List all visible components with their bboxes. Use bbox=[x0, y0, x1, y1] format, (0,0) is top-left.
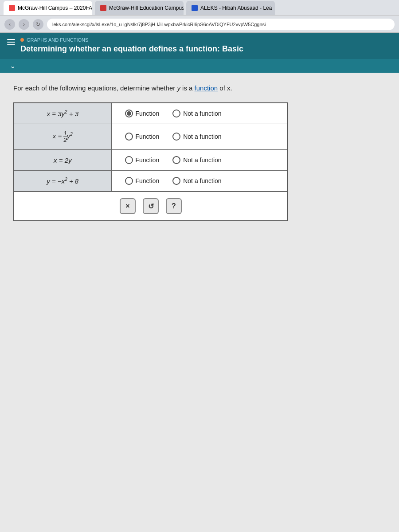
equation-cell-1: x = 3y2 + 3 bbox=[14, 103, 111, 124]
tab-2[interactable]: McGraw-Hill Education Campus × bbox=[95, 1, 184, 15]
function-option-3[interactable]: Function bbox=[125, 156, 160, 164]
header-bar: GRAPHS AND FUNCTIONS Determining whether… bbox=[0, 33, 399, 59]
action-cell: × ↺ ? bbox=[14, 192, 288, 221]
undo-button[interactable]: ↺ bbox=[143, 198, 159, 214]
forward-button[interactable]: › bbox=[19, 19, 29, 30]
equation-2: x = 12y2 bbox=[53, 132, 73, 140]
function-label-2: Function bbox=[136, 133, 160, 140]
function-option-4[interactable]: Function bbox=[125, 177, 160, 185]
address-bar-row: ‹ › ↻ leks.com/alekscgi/x/lsl.exe/1o_u-l… bbox=[0, 16, 399, 33]
hamburger-menu[interactable] bbox=[7, 39, 15, 45]
not-function-radio-2[interactable] bbox=[172, 133, 180, 141]
tab3-label: ALEKS - Hibah Abusaad - Lea bbox=[200, 5, 272, 11]
hamburger-line-3 bbox=[7, 44, 15, 45]
radio-group-4: Function Not a function bbox=[125, 177, 274, 185]
action-row: × ↺ ? bbox=[14, 192, 288, 221]
header-category: GRAPHS AND FUNCTIONS bbox=[20, 37, 243, 43]
not-function-radio-4[interactable] bbox=[172, 177, 180, 185]
not-function-label-1: Not a function bbox=[183, 110, 221, 117]
not-function-label-4: Not a function bbox=[183, 177, 221, 184]
options-cell-4: Function Not a function bbox=[111, 171, 288, 192]
address-text: leks.com/alekscgi/x/lsl.exe/1o_u-lgNslkr… bbox=[52, 22, 266, 27]
close-button[interactable]: × bbox=[120, 198, 136, 214]
problem-area: For each of the following equations, det… bbox=[0, 73, 399, 232]
function-table: x = 3y2 + 3 Function Not a function bbox=[13, 102, 288, 222]
chevron-down-button[interactable]: ⌄ bbox=[7, 61, 18, 71]
function-radio-3[interactable] bbox=[125, 156, 133, 164]
table-row: x = 12y2 Function Not a function bbox=[14, 124, 288, 150]
function-label-3: Function bbox=[136, 156, 160, 164]
not-function-radio-3[interactable] bbox=[172, 156, 180, 164]
function-radio-1[interactable] bbox=[125, 110, 133, 117]
options-cell-3: Function Not a function bbox=[111, 150, 288, 171]
not-function-option-4[interactable]: Not a function bbox=[172, 177, 221, 185]
action-buttons: × ↺ ? bbox=[14, 192, 287, 220]
instruction-text-3: of x. bbox=[219, 84, 232, 92]
equation-4: y = −x2 + 8 bbox=[47, 177, 78, 185]
equation-3: x = 2y bbox=[54, 156, 71, 164]
instruction-text-2: is a bbox=[182, 84, 192, 92]
refresh-button[interactable]: ↻ bbox=[33, 19, 43, 30]
browser-tab-bar: McGraw-Hill Campus – 2020FA × McGraw-Hil… bbox=[0, 0, 399, 16]
hamburger-line-2 bbox=[7, 42, 15, 43]
table-row: x = 2y Function Not a function bbox=[14, 150, 288, 171]
header-text-block: GRAPHS AND FUNCTIONS Determining whether… bbox=[20, 37, 243, 54]
tab2-favicon bbox=[100, 5, 106, 11]
not-function-option-1[interactable]: Not a function bbox=[172, 110, 221, 117]
chevron-row: ⌄ bbox=[0, 59, 399, 73]
help-button[interactable]: ? bbox=[166, 198, 182, 214]
function-radio-2[interactable] bbox=[125, 133, 133, 141]
instruction-text-1: For each of the following equations, det… bbox=[13, 84, 175, 92]
tab-favicon bbox=[9, 5, 15, 11]
equation-cell-3: x = 2y bbox=[14, 150, 111, 171]
instruction-y: y bbox=[177, 84, 182, 92]
tab-3[interactable]: ALEKS - Hibah Abusaad - Lea × bbox=[186, 1, 275, 15]
options-cell-2: Function Not a function bbox=[111, 124, 288, 150]
equation-cell-2: x = 12y2 bbox=[14, 124, 111, 150]
equation-1: x = 3y2 + 3 bbox=[47, 110, 78, 117]
not-function-radio-1[interactable] bbox=[172, 110, 180, 117]
not-function-label-3: Not a function bbox=[183, 156, 221, 164]
radio-group-2: Function Not a function bbox=[125, 133, 274, 141]
function-option-1[interactable]: Function bbox=[125, 110, 160, 117]
category-label: GRAPHS AND FUNCTIONS bbox=[27, 37, 88, 43]
not-function-option-3[interactable]: Not a function bbox=[172, 156, 221, 164]
radio-group-3: Function Not a function bbox=[125, 156, 274, 164]
category-dot bbox=[20, 38, 24, 42]
active-tab[interactable]: McGraw-Hill Campus – 2020FA × bbox=[4, 1, 92, 15]
function-label-4: Function bbox=[136, 177, 160, 184]
active-tab-label: McGraw-Hill Campus – 2020FA bbox=[18, 5, 92, 11]
table-row: y = −x2 + 8 Function Not a function bbox=[14, 171, 288, 192]
back-button[interactable]: ‹ bbox=[4, 19, 15, 30]
hamburger-line-1 bbox=[7, 39, 15, 40]
tab3-favicon bbox=[192, 5, 198, 11]
problem-instruction: For each of the following equations, det… bbox=[13, 83, 386, 94]
main-content: GRAPHS AND FUNCTIONS Determining whether… bbox=[0, 33, 399, 532]
tab2-label: McGraw-Hill Education Campus bbox=[109, 5, 184, 11]
not-function-label-2: Not a function bbox=[183, 133, 221, 140]
radio-group-1: Function Not a function bbox=[125, 110, 274, 117]
options-cell-1: Function Not a function bbox=[111, 103, 288, 124]
page-title: Determining whether an equation defines … bbox=[20, 44, 243, 54]
function-option-2[interactable]: Function bbox=[125, 133, 160, 141]
function-link[interactable]: function bbox=[195, 84, 218, 92]
not-function-option-2[interactable]: Not a function bbox=[172, 133, 221, 141]
equation-cell-4: y = −x2 + 8 bbox=[14, 171, 111, 192]
address-bar[interactable]: leks.com/alekscgi/x/lsl.exe/1o_u-lgNslkr… bbox=[47, 19, 395, 30]
table-row: x = 3y2 + 3 Function Not a function bbox=[14, 103, 288, 124]
function-radio-4[interactable] bbox=[125, 177, 133, 185]
function-label-1: Function bbox=[136, 110, 160, 117]
